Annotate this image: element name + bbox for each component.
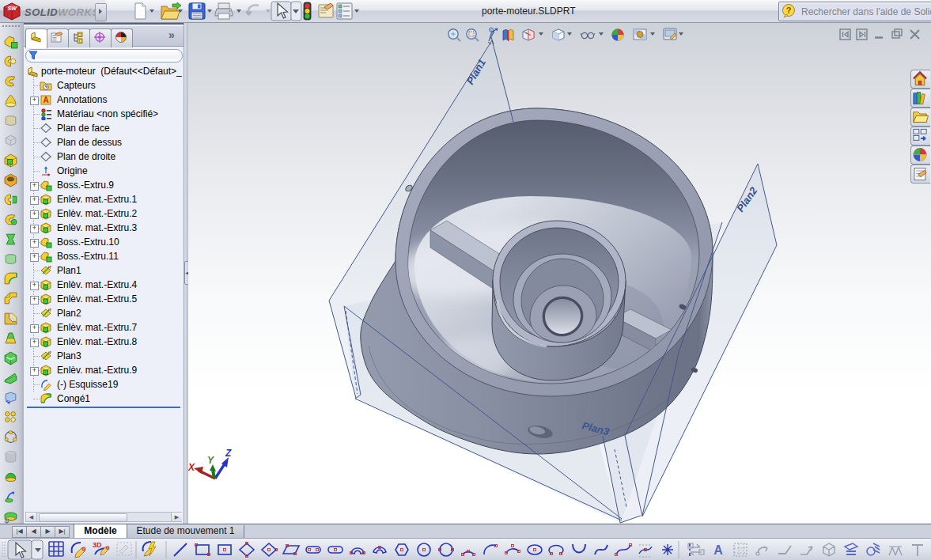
- svg-text:3D: 3D: [93, 541, 102, 549]
- svg-text:SW: SW: [8, 6, 18, 11]
- svg-text:A: A: [713, 543, 723, 557]
- svg-text:X: X: [188, 462, 195, 473]
- svg-text:?: ?: [786, 6, 792, 15]
- svg-text:Z: Z: [225, 448, 232, 459]
- svg-text:Y: Y: [207, 455, 214, 466]
